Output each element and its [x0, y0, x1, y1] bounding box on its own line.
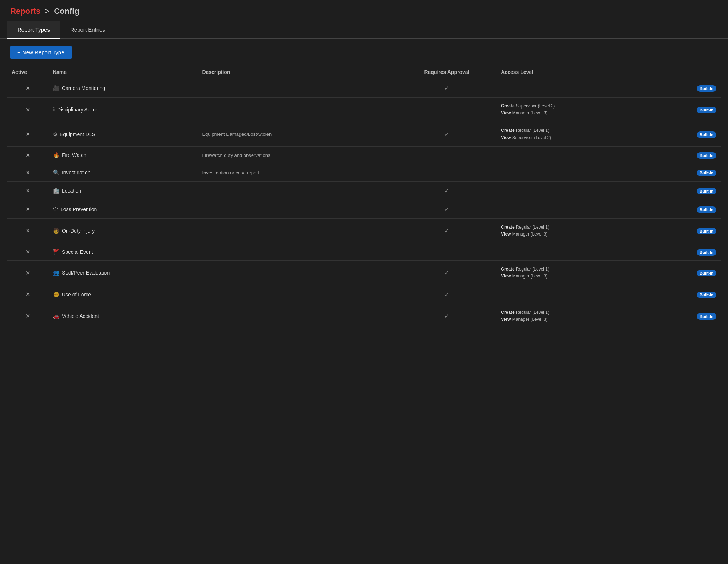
access-cell: Create Regular (Level 1)View Manager (Le… [496, 304, 658, 328]
approval-cell: ✓ [397, 304, 497, 328]
name-cell: ℹDisciplinary Action [48, 98, 198, 122]
name-cell: ⚙Equipment DLS [48, 122, 198, 146]
approval-check-icon: ✓ [444, 269, 450, 276]
description-cell [198, 79, 397, 98]
create-detail: Regular (Level 1) [516, 310, 549, 315]
create-label: Create [501, 310, 514, 315]
description-cell [198, 304, 397, 328]
report-type-name[interactable]: Location [62, 188, 81, 194]
report-type-name[interactable]: On-Duty Injury [62, 228, 95, 234]
tab-report-types[interactable]: Report Types [7, 21, 60, 39]
active-cell: ✕ [7, 200, 48, 218]
camera-icon: 🎥 [53, 85, 60, 91]
force-icon: ✊ [53, 291, 60, 298]
report-type-name[interactable]: Use of Force [62, 292, 91, 297]
table-row: ✕ℹDisciplinary ActionCreate Supervisor (… [7, 98, 721, 122]
deactivate-icon[interactable]: ✕ [25, 107, 30, 113]
col-header-description: Description [198, 66, 397, 79]
report-type-name[interactable]: Loss Prevention [60, 206, 97, 212]
access-cell [496, 164, 658, 181]
table-row: ✕🧑On-Duty Injury✓Create Regular (Level 1… [7, 218, 721, 243]
approval-cell: ✓ [397, 200, 497, 218]
badge-cell: Built-In [658, 122, 721, 146]
active-cell: ✕ [7, 164, 48, 181]
built-in-badge: Built-In [697, 188, 716, 194]
reports-link[interactable]: Reports [10, 7, 40, 16]
description-cell [198, 261, 397, 285]
view-detail: Manager (Level 3) [512, 110, 547, 115]
create-detail: Supervisor (Level 2) [516, 103, 555, 109]
table-row: ✕🏢Location✓Built-In [7, 181, 721, 200]
injury-icon: 🧑 [53, 228, 60, 234]
deactivate-icon[interactable]: ✕ [25, 152, 30, 158]
deactivate-icon[interactable]: ✕ [25, 313, 30, 319]
view-label: View [501, 317, 511, 322]
badge-cell: Built-In [658, 261, 721, 285]
built-in-badge: Built-In [697, 131, 716, 138]
approval-cell: ✓ [397, 261, 497, 285]
description-cell [198, 98, 397, 122]
view-detail: Manager (Level 3) [512, 317, 547, 322]
approval-check-icon: ✓ [444, 312, 450, 320]
active-cell: ✕ [7, 218, 48, 243]
built-in-badge: Built-In [697, 85, 716, 92]
built-in-badge: Built-In [697, 270, 716, 276]
view-detail: Manager (Level 3) [512, 273, 547, 279]
access-cell: Create Regular (Level 1)View Manager (Le… [496, 261, 658, 285]
deactivate-icon[interactable]: ✕ [25, 291, 30, 297]
report-type-name[interactable]: Fire Watch [62, 152, 86, 158]
built-in-badge: Built-In [697, 206, 716, 213]
deactivate-icon[interactable]: ✕ [25, 131, 30, 137]
report-type-name[interactable]: Vehicle Accident [62, 313, 99, 319]
report-type-name[interactable]: Equipment DLS [60, 131, 95, 137]
deactivate-icon[interactable]: ✕ [25, 170, 30, 176]
col-header-access: Access Level [496, 66, 658, 79]
access-cell [496, 79, 658, 98]
report-types-table-container: Active Name Description Requires Approva… [0, 66, 728, 336]
approval-cell [397, 146, 497, 164]
badge-cell: Built-In [658, 79, 721, 98]
table-row: ✕🛡Loss Prevention✓Built-In [7, 200, 721, 218]
table-row: ✕🚗Vehicle Accident✓Create Regular (Level… [7, 304, 721, 328]
table-row: ✕🎥Camera Monitoring✓Built-In [7, 79, 721, 98]
approval-check-icon: ✓ [444, 291, 450, 298]
deactivate-icon[interactable]: ✕ [25, 249, 30, 255]
staff-icon: 👥 [53, 269, 60, 276]
badge-cell: Built-In [658, 285, 721, 304]
active-cell: ✕ [7, 243, 48, 261]
special-event-icon: 🚩 [53, 249, 60, 255]
deactivate-icon[interactable]: ✕ [25, 206, 30, 212]
report-type-name[interactable]: Camera Monitoring [62, 85, 105, 91]
deactivate-icon[interactable]: ✕ [25, 188, 30, 194]
access-cell [496, 285, 658, 304]
active-cell: ✕ [7, 98, 48, 122]
view-detail: Supervisor (Level 2) [512, 135, 551, 140]
badge-cell: Built-In [658, 164, 721, 181]
breadcrumb: Reports > Config [10, 7, 718, 16]
report-type-name[interactable]: Special Event [62, 249, 93, 255]
deactivate-icon[interactable]: ✕ [25, 85, 30, 91]
badge-cell: Built-In [658, 218, 721, 243]
report-type-name[interactable]: Investigation [62, 170, 91, 175]
report-type-name[interactable]: Staff/Peer Evaluation [62, 270, 110, 276]
tab-report-entries[interactable]: Report Entries [60, 21, 115, 39]
description-cell [198, 285, 397, 304]
built-in-badge: Built-In [697, 313, 716, 320]
active-cell: ✕ [7, 304, 48, 328]
config-title: Config [54, 7, 79, 16]
access-cell: Create Supervisor (Level 2)View Manager … [496, 98, 658, 122]
name-cell: 🚩Special Event [48, 243, 198, 261]
deactivate-icon[interactable]: ✕ [25, 228, 30, 234]
deactivate-icon[interactable]: ✕ [25, 270, 30, 276]
built-in-badge: Built-In [697, 292, 716, 298]
info-icon: ℹ [53, 106, 55, 113]
report-type-name[interactable]: Disciplinary Action [57, 107, 99, 113]
fire-icon: 🔥 [53, 152, 60, 158]
col-header-active: Active [7, 66, 48, 79]
table-row: ✕👥Staff/Peer Evaluation✓Create Regular (… [7, 261, 721, 285]
view-label: View [501, 232, 511, 237]
description-cell: Investigation or case report [198, 164, 397, 181]
new-report-type-button[interactable]: + New Report Type [10, 46, 72, 59]
badge-cell: Built-In [658, 98, 721, 122]
access-cell: Create Regular (Level 1)View Manager (Le… [496, 218, 658, 243]
